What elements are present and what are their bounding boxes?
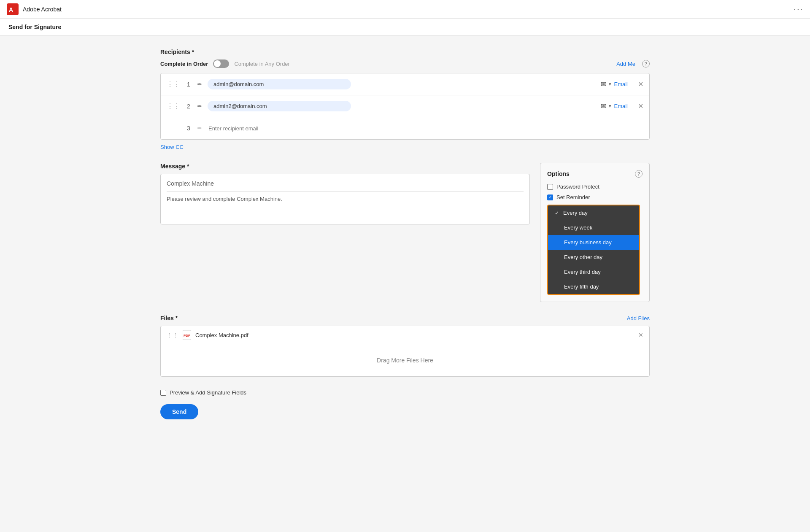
recipients-label: Recipients	[160, 49, 650, 55]
drag-zone[interactable]: Drag More Files Here	[161, 344, 649, 376]
chevron-icon-1[interactable]: ▾	[609, 81, 611, 87]
page-title: Send for Signature	[8, 24, 61, 30]
svg-text:A: A	[9, 6, 13, 13]
options-panel: Options ? Password Protect Set Reminder …	[540, 163, 650, 302]
email-type-group-1: ✉ ▾ Email	[601, 80, 628, 88]
app-title: Adobe Acrobat	[23, 6, 62, 13]
three-dots-menu[interactable]: ···	[794, 4, 803, 14]
reminder-option-label: Every other day	[564, 254, 602, 260]
row-number-1: 1	[185, 81, 192, 88]
password-protect-label: Password Protect	[556, 184, 599, 190]
send-button[interactable]: Send	[160, 404, 198, 419]
add-files-link[interactable]: Add Files	[627, 315, 650, 321]
message-label: Message	[160, 163, 530, 170]
reminder-option-every-week[interactable]: Every week	[548, 220, 639, 235]
pdf-icon: PDF	[183, 330, 191, 340]
recipient-email-2[interactable]: admin2@domain.com	[208, 101, 351, 111]
envelope-icon-2: ✉	[601, 102, 606, 110]
add-me-link[interactable]: Add Me	[616, 61, 635, 67]
pen-icon-2: ✒	[197, 103, 202, 110]
options-help-icon[interactable]: ?	[635, 170, 643, 178]
reminder-option-label: Every fifth day	[564, 284, 599, 290]
chevron-icon-2[interactable]: ▾	[609, 103, 611, 109]
email-type-label-1[interactable]: Email	[614, 81, 628, 87]
complete-any-order-label: Complete in Any Order	[234, 61, 290, 67]
files-section: Files Add Files ⋮⋮ PDF Complex Machine.p…	[160, 315, 650, 377]
reminder-option-label: Every business day	[564, 239, 612, 246]
reminder-option-label: Every week	[564, 224, 592, 231]
recipient-row: ⋮⋮ 1 ✒ admin@domain.com ✉ ▾ Email ✕	[161, 73, 649, 95]
email-type-label-2[interactable]: Email	[614, 103, 628, 109]
reminder-option-label: Every day	[563, 210, 588, 216]
title-bar-left: A Adobe Acrobat	[7, 3, 62, 15]
title-bar: A Adobe Acrobat ···	[0, 0, 810, 19]
pen-icon-1: ✒	[197, 81, 202, 88]
files-list-container: ⋮⋮ PDF Complex Machine.pdf ✕ Drag More F…	[160, 326, 650, 377]
file-close-icon[interactable]: ✕	[638, 332, 643, 338]
message-section: Message Complex Machine Please review an…	[160, 163, 530, 302]
toggle-slider	[213, 59, 229, 68]
set-reminder-label: Set Reminder	[556, 194, 590, 200]
reminder-option-every-third-day[interactable]: Every third day	[548, 265, 639, 279]
recipient-email-input-3[interactable]	[208, 123, 351, 134]
email-type-group-2: ✉ ▾ Email	[601, 102, 628, 110]
message-box: Complex Machine Please review and comple…	[160, 174, 530, 224]
reminder-option-label: Every third day	[564, 269, 601, 275]
reminder-option-every-day[interactable]: Every day	[548, 205, 639, 220]
complete-in-order-label: Complete in Order	[160, 61, 208, 67]
preview-checkbox-row: Preview & Add Signature Fields	[160, 389, 650, 396]
message-options-row: Message Complex Machine Please review an…	[160, 163, 650, 302]
reminder-dropdown-menu: Every day Every week Every business day …	[547, 205, 640, 295]
recipient-row: ⋮⋮ 2 ✒ admin2@domain.com ✉ ▾ Email ✕	[161, 95, 649, 117]
password-protect-checkbox[interactable]	[547, 184, 553, 190]
preview-checkbox[interactable]	[160, 390, 166, 396]
set-reminder-row: Set Reminder	[547, 194, 643, 200]
file-row: ⋮⋮ PDF Complex Machine.pdf ✕	[161, 326, 649, 344]
message-body[interactable]: Please review and complete Complex Machi…	[167, 196, 524, 202]
row-number-2: 2	[185, 103, 192, 110]
bottom-section: Preview & Add Signature Fields Send	[160, 389, 650, 419]
page-header: Send for Signature	[0, 19, 810, 36]
file-name: Complex Machine.pdf	[195, 332, 634, 338]
preview-label: Preview & Add Signature Fields	[170, 389, 246, 396]
reminder-dropdown[interactable]: Every day Every week Every business day …	[547, 205, 643, 295]
reminder-option-every-other-day[interactable]: Every other day	[548, 250, 639, 265]
envelope-icon-1: ✉	[601, 80, 606, 88]
show-cc-link[interactable]: Show CC	[160, 144, 184, 150]
close-icon-1[interactable]: ✕	[638, 80, 643, 88]
message-subject[interactable]: Complex Machine	[167, 180, 524, 192]
acrobat-icon: A	[7, 3, 19, 15]
options-header: Options ?	[547, 170, 643, 178]
pen-icon-3: ✒	[197, 124, 202, 132]
drag-handle-2[interactable]: ⋮⋮	[167, 102, 180, 110]
close-icon-2[interactable]: ✕	[638, 102, 643, 110]
row-number-3: 3	[185, 125, 192, 132]
recipients-section: Recipients Complete in Order Complete in…	[160, 49, 650, 150]
recipients-help-icon[interactable]: ?	[642, 60, 650, 68]
files-label: Files	[160, 315, 178, 321]
reminder-option-every-business-day[interactable]: Every business day	[548, 235, 639, 250]
recipients-list: ⋮⋮ 1 ✒ admin@domain.com ✉ ▾ Email ✕ ⋮⋮ 2…	[160, 73, 650, 140]
reminder-option-every-fifth-day[interactable]: Every fifth day	[548, 279, 639, 294]
options-title: Options	[547, 170, 570, 177]
set-reminder-checkbox[interactable]	[547, 194, 553, 200]
recipient-row: ⋮⋮ 3 ✒	[161, 117, 649, 139]
order-toggle-row: Complete in Order Complete in Any Order …	[160, 59, 650, 68]
password-protect-row: Password Protect	[547, 184, 643, 190]
drag-handle-1[interactable]: ⋮⋮	[167, 80, 180, 88]
order-toggle[interactable]	[213, 59, 229, 68]
svg-text:PDF: PDF	[184, 334, 190, 338]
main-content: Recipients Complete in Order Complete in…	[152, 36, 658, 445]
file-drag-handle[interactable]: ⋮⋮	[167, 332, 178, 338]
files-header: Files Add Files	[160, 315, 650, 321]
recipient-email-1[interactable]: admin@domain.com	[208, 79, 351, 89]
